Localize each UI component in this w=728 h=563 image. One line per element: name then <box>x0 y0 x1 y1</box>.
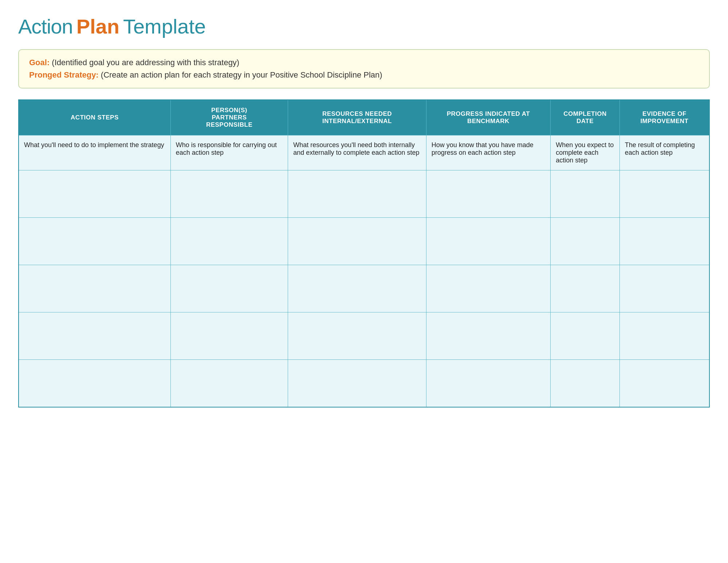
cell-progress-2[interactable] <box>426 218 550 265</box>
goal-label: Goal: <box>29 58 50 67</box>
desc-completion-date: When you expect to complete each action … <box>551 135 620 170</box>
cell-resources-5[interactable] <box>288 360 426 407</box>
cell-action-5[interactable] <box>19 360 170 407</box>
cell-completion-5[interactable] <box>551 360 620 407</box>
cell-evidence-3[interactable] <box>619 265 709 312</box>
cell-resources-1[interactable] <box>288 170 426 218</box>
table-row <box>19 170 709 218</box>
cell-resources-3[interactable] <box>288 265 426 312</box>
table-header: ACTION STEPS PERSON(S) PARTNERS RESPONSI… <box>19 100 709 135</box>
cell-completion-3[interactable] <box>551 265 620 312</box>
header-person-responsible: PERSON(S) PARTNERS RESPONSIBLE <box>170 100 288 135</box>
cell-completion-2[interactable] <box>551 218 620 265</box>
header-completion-date: COMPLETION DATE <box>551 100 620 135</box>
cell-person-5[interactable] <box>170 360 288 407</box>
cell-action-3[interactable] <box>19 265 170 312</box>
table-body: What you'll need to do to implement the … <box>19 135 709 407</box>
strategy-line: Pronged Strategy: (Create an action plan… <box>29 70 699 80</box>
cell-person-2[interactable] <box>170 218 288 265</box>
desc-action-steps: What you'll need to do to implement the … <box>19 135 170 170</box>
title-word-template: Template <box>123 15 206 38</box>
cell-action-4[interactable] <box>19 312 170 360</box>
cell-action-1[interactable] <box>19 170 170 218</box>
cell-person-1[interactable] <box>170 170 288 218</box>
header-progress-benchmark: PROGRESS INDICATED AT BENCHMARK <box>426 100 550 135</box>
cell-progress-4[interactable] <box>426 312 550 360</box>
cell-evidence-2[interactable] <box>619 218 709 265</box>
desc-resources-needed: What resources you'll need both internal… <box>288 135 426 170</box>
table-row <box>19 265 709 312</box>
goal-box: Goal: (Identified goal you are addressin… <box>18 49 710 88</box>
cell-evidence-5[interactable] <box>619 360 709 407</box>
cell-evidence-1[interactable] <box>619 170 709 218</box>
strategy-label: Pronged Strategy: <box>29 70 99 79</box>
cell-action-2[interactable] <box>19 218 170 265</box>
cell-progress-5[interactable] <box>426 360 550 407</box>
table-row <box>19 218 709 265</box>
goal-line: Goal: (Identified goal you are addressin… <box>29 58 699 67</box>
cell-person-3[interactable] <box>170 265 288 312</box>
header-resources-needed: RESOURCES NEEDED INTERNAL/EXTERNAL <box>288 100 426 135</box>
cell-resources-2[interactable] <box>288 218 426 265</box>
header-action-steps: ACTION STEPS <box>19 100 170 135</box>
table-row-description: What you'll need to do to implement the … <box>19 135 709 170</box>
cell-progress-3[interactable] <box>426 265 550 312</box>
goal-text: (Identified goal you are addressing with… <box>52 58 239 67</box>
title-word-plan: Plan <box>76 15 119 38</box>
title-word-action: Action <box>18 15 73 38</box>
desc-progress-benchmark: How you know that you have made progress… <box>426 135 550 170</box>
cell-evidence-4[interactable] <box>619 312 709 360</box>
table-row <box>19 312 709 360</box>
cell-resources-4[interactable] <box>288 312 426 360</box>
cell-completion-1[interactable] <box>551 170 620 218</box>
desc-evidence-improvement: The result of completing each action ste… <box>619 135 709 170</box>
strategy-text: (Create an action plan for each strategy… <box>101 70 382 79</box>
desc-person-responsible: Who is responsible for carrying out each… <box>170 135 288 170</box>
table-row <box>19 360 709 407</box>
page-title: Action Plan Template <box>18 15 710 38</box>
header-evidence-improvement: EVIDENCE OF IMPROVEMENT <box>619 100 709 135</box>
action-plan-table: ACTION STEPS PERSON(S) PARTNERS RESPONSI… <box>18 99 710 408</box>
cell-person-4[interactable] <box>170 312 288 360</box>
cell-completion-4[interactable] <box>551 312 620 360</box>
cell-progress-1[interactable] <box>426 170 550 218</box>
